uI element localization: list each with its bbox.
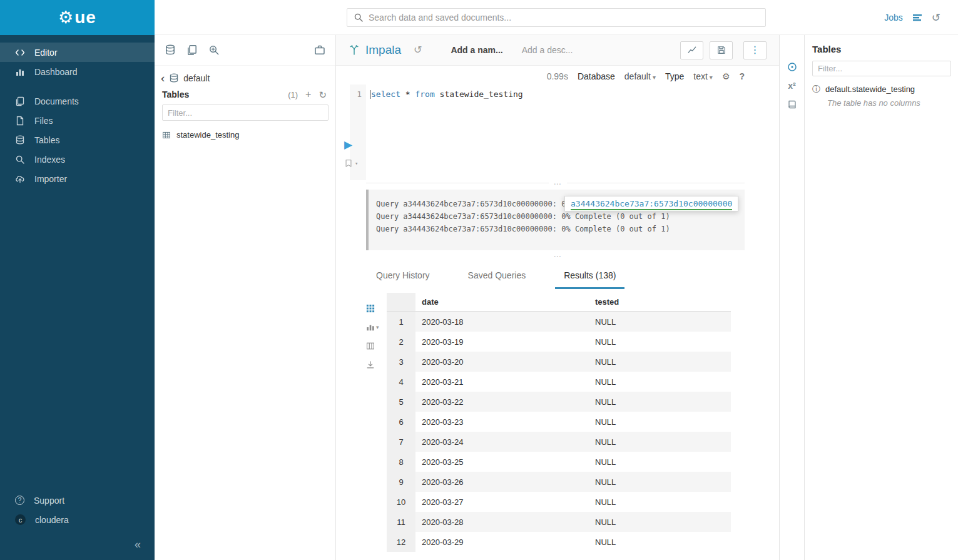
query-description-input[interactable]: Add a desc... <box>522 45 573 55</box>
search-input[interactable] <box>369 13 759 23</box>
help-icon[interactable]: ? <box>739 72 745 81</box>
download-button[interactable] <box>366 360 387 369</box>
database-icon <box>169 73 179 83</box>
database-breadcrumb[interactable]: ‹ default <box>155 66 335 84</box>
bar-chart-icon <box>366 323 375 332</box>
right-table-item[interactable]: ⓘ default.statewide_testing <box>812 84 950 94</box>
table-row[interactable]: 8 2020-03-25 NULL <box>387 452 731 472</box>
table-row[interactable]: 12 2020-03-29 NULL <box>387 532 731 552</box>
cell-date: 2020-03-18 <box>415 317 589 327</box>
cell-tested: NULL <box>589 377 731 387</box>
table-row[interactable]: 6 2020-03-23 NULL <box>387 412 731 432</box>
databases-source-icon[interactable] <box>165 44 176 56</box>
tab-query-history[interactable]: Query History <box>367 263 439 289</box>
functions-button[interactable]: x² <box>788 81 795 90</box>
sidebar-item-user[interactable]: c cloudera <box>0 510 155 529</box>
columns-icon <box>366 342 375 350</box>
settings-gear-icon[interactable]: ⚙ <box>722 72 730 81</box>
assistant-button[interactable] <box>787 61 797 72</box>
search-index-icon <box>15 155 25 165</box>
sidebar-item-editor[interactable]: Editor <box>0 43 155 62</box>
grid-view-button[interactable] <box>366 304 387 313</box>
right-tables-filter-input[interactable] <box>812 61 951 76</box>
history-icon[interactable]: ↺ <box>932 13 940 23</box>
more-actions-button[interactable]: ⋮ <box>743 41 767 59</box>
jobs-link[interactable]: Jobs <box>884 13 903 23</box>
sidebar-collapse-button[interactable]: « <box>0 529 155 560</box>
table-row[interactable]: 1 2020-03-18 NULL <box>387 312 731 332</box>
query-name-input[interactable]: Add a nam... <box>451 45 502 55</box>
table-row[interactable]: 10 2020-03-27 NULL <box>387 492 731 512</box>
columns-button[interactable] <box>366 342 387 350</box>
language-reference-button[interactable] <box>787 99 797 110</box>
results-toolbar: ▾ <box>366 293 387 560</box>
sidebar-item-indexes[interactable]: Indexes <box>0 150 155 169</box>
sidebar-item-files[interactable]: Files <box>0 111 155 130</box>
cell-date: 2020-03-20 <box>415 357 589 367</box>
table-row[interactable]: 4 2020-03-21 NULL <box>387 372 731 392</box>
execution-time: 0.99s <box>547 71 568 81</box>
sidebar-nav: Editor Dashboard Documents Files Tables <box>0 35 155 188</box>
hue-gear-icon: ⚙ <box>58 9 73 26</box>
text-cursor <box>370 90 370 99</box>
hue-app: ⚙ ue Editor Dashboard Documents Files <box>0 0 958 560</box>
table-row[interactable]: 2 2020-03-19 NULL <box>387 332 731 352</box>
result-tabs: Query History Saved Queries Results (138… <box>336 263 779 289</box>
save-icon <box>717 46 726 54</box>
code-editor[interactable]: 1 select * from statewide_testing ▶ ▾ <box>336 84 779 180</box>
cell-date: 2020-03-22 <box>415 397 589 407</box>
files-icon <box>15 116 25 126</box>
main-column: Jobs ↺ ‹ default <box>155 0 958 560</box>
tables-count: (1) <box>288 90 298 99</box>
user-avatar: c <box>15 514 26 525</box>
chart-settings-button[interactable] <box>680 41 703 59</box>
table-row[interactable]: 9 2020-03-26 NULL <box>387 472 731 492</box>
sidebar-item-importer[interactable]: Importer <box>0 169 155 188</box>
dashboard-icon <box>15 67 25 77</box>
add-table-icon[interactable]: + <box>305 89 311 99</box>
global-search[interactable] <box>347 8 766 27</box>
jobs-queue-icon[interactable] <box>912 13 922 23</box>
table-row[interactable]: 7 2020-03-24 NULL <box>387 432 731 452</box>
zoom-in-icon[interactable] <box>208 44 220 56</box>
chart-view-button[interactable]: ▾ <box>366 323 387 332</box>
column-header-tested[interactable]: tested <box>589 297 731 307</box>
row-number: 12 <box>387 532 415 552</box>
sidebar-spacer <box>0 188 155 491</box>
table-row[interactable]: 5 2020-03-22 NULL <box>387 392 731 412</box>
code-line[interactable]: select * from statewide_testing <box>366 84 779 180</box>
info-icon: ⓘ <box>812 85 820 93</box>
briefcase-icon[interactable] <box>314 44 325 56</box>
sidebar-item-dashboard[interactable]: Dashboard <box>0 62 155 81</box>
sidebar-item-documents[interactable]: Documents <box>0 91 155 111</box>
snippet-type-button[interactable]: ▾ <box>344 159 358 168</box>
row-number: 1 <box>387 312 415 332</box>
table-row[interactable]: 3 2020-03-20 NULL <box>387 352 731 372</box>
execute-button[interactable]: ▶ <box>344 140 352 150</box>
database-dropdown[interactable]: default▾ <box>624 71 656 81</box>
query-history-icon[interactable]: ↺ <box>414 45 422 55</box>
sidebar-item-support[interactable]: ? Support <box>0 491 155 510</box>
double-chevron-left-icon: « <box>135 539 141 550</box>
results-table-body: 1 2020-03-18 NULL 2 2020-03-19 NULL 3 20 <box>387 312 731 552</box>
refresh-icon[interactable]: ↻ <box>318 90 327 99</box>
save-button[interactable] <box>710 41 733 59</box>
table-row[interactable]: 11 2020-03-28 NULL <box>387 512 731 532</box>
column-header-date[interactable]: date <box>415 297 589 307</box>
row-number: 2 <box>387 332 415 352</box>
grid-icon <box>366 304 375 313</box>
table-item-statewide-testing[interactable]: statewide_testing <box>155 126 335 144</box>
sidebar-item-tables[interactable]: Tables <box>0 130 155 150</box>
tab-results[interactable]: Results (138) <box>555 263 624 289</box>
cell-tested: NULL <box>589 477 731 487</box>
cell-date: 2020-03-25 <box>415 457 589 467</box>
help-circle-icon: ? <box>15 496 24 505</box>
no-columns-message: The table has no columns <box>827 98 950 108</box>
tab-saved-queries[interactable]: Saved Queries <box>459 263 535 289</box>
resize-grip-top[interactable]: ⋯ <box>336 180 779 186</box>
hue-logo[interactable]: ⚙ ue <box>0 0 155 35</box>
tables-filter-input[interactable] <box>162 104 329 121</box>
documents-source-icon[interactable] <box>186 44 198 56</box>
type-dropdown[interactable]: text▾ <box>693 71 713 81</box>
resize-grip-bottom[interactable]: ⋯ <box>336 253 779 258</box>
